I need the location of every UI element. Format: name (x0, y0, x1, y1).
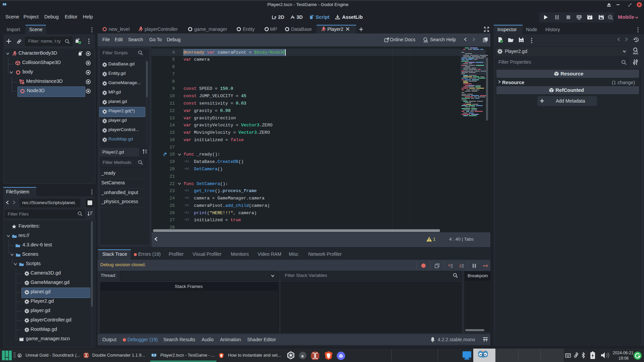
svg-text:a: a (19, 354, 20, 357)
svg-text:DOC: DOC (424, 41, 428, 43)
svg-text:a: a (301, 353, 304, 358)
svg-text:DOC: DOC (633, 52, 639, 55)
